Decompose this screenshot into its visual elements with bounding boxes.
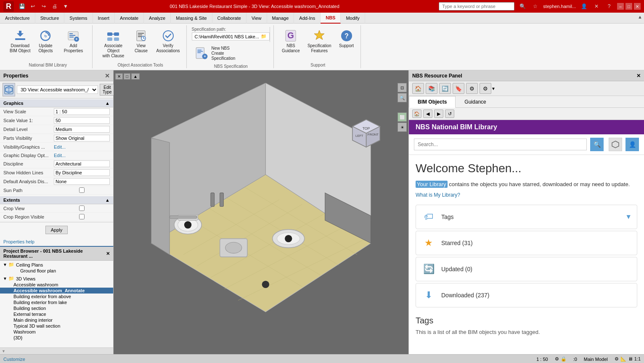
nbs-bookmark-btn[interactable]: 🔖 <box>453 83 464 94</box>
downloaded-list-item[interactable]: ⬇ Downloaded (237) <box>416 283 637 307</box>
show-hidden-lines-value[interactable]: By Discipline <box>54 169 110 176</box>
tab-systems[interactable]: Systems <box>64 13 93 24</box>
support-button[interactable]: ? Support <box>336 27 357 51</box>
minimize-button[interactable]: – <box>617 3 624 10</box>
main-dining-row[interactable]: Main dining interior <box>0 317 113 323</box>
save-button[interactable]: 💾 <box>17 2 27 11</box>
properties-close-button[interactable]: ✕ <box>105 72 110 79</box>
tab-view[interactable]: View <box>246 13 267 24</box>
tab-addins[interactable]: Add-Ins <box>294 13 321 24</box>
accessible-washroom-row[interactable]: Accessible washroom <box>0 282 113 288</box>
view-cube-btn[interactable]: ⬜ <box>398 112 407 122</box>
nbs-panel-close-button[interactable]: ✕ <box>636 73 641 79</box>
close-search-btn[interactable]: ✕ <box>592 2 601 11</box>
nbs-nav-home-btn[interactable]: 🏠 <box>412 109 421 118</box>
washroom-row[interactable]: Washroom <box>0 329 113 335</box>
view-clause-button[interactable]: ViewClause <box>130 27 151 56</box>
download-bim-object-button[interactable]: BIM DownloadBIM Object <box>7 27 33 56</box>
edit-type-button[interactable]: Edit Type <box>100 84 115 96</box>
options-button[interactable]: ▼ <box>61 2 70 11</box>
tab-architecture[interactable]: Architecture <box>0 13 35 24</box>
viewport-close-btn[interactable]: ✕ <box>115 73 123 80</box>
nbs-nav-back-btn[interactable]: ◀ <box>423 109 432 118</box>
view-scale-value[interactable]: 1 : 50 <box>54 108 110 115</box>
nbs-guidance-button[interactable]: G NBSGuidance <box>279 27 303 56</box>
nbs-nav-forward-btn[interactable]: ▶ <box>434 109 443 118</box>
typical-3d-wall-row[interactable]: Typical 3D wall section <box>0 323 113 329</box>
customize-label[interactable]: Customize <box>3 357 25 362</box>
tab-guidance[interactable]: Guidance <box>456 96 495 108</box>
nbs-user-button[interactable]: 👤 <box>625 138 639 151</box>
nbs-search-button[interactable]: 🔍 <box>590 138 604 151</box>
tab-annotate[interactable]: Annotate <box>115 13 144 24</box>
graphics-section-header[interactable]: Graphics ▲ <box>0 99 113 107</box>
3d-bracket-row[interactable]: {3D} <box>0 335 113 341</box>
nbs-nav-refresh-btn[interactable]: ↺ <box>445 109 454 118</box>
tab-nbs[interactable]: NBS <box>321 13 341 24</box>
tab-structure[interactable]: Structure <box>35 13 65 24</box>
visibility-graphics-btn[interactable]: Edit... <box>54 144 110 149</box>
starred-list-item[interactable]: ★ Starred (31) <box>416 231 637 255</box>
building-section-row[interactable]: Building section <box>0 305 113 311</box>
maximize-button[interactable]: □ <box>625 3 632 10</box>
default-analysis-value[interactable]: None <box>54 178 110 185</box>
print-button[interactable]: 🖨 <box>50 2 59 11</box>
title-star-btn[interactable]: ☆ <box>530 2 540 11</box>
your-library-link[interactable]: Your Library <box>416 181 448 188</box>
spec-features-button[interactable]: SpecificationFeatures <box>305 27 334 56</box>
discipline-value[interactable]: Architectural <box>54 160 110 167</box>
expand-ribbon-btn[interactable]: ▲ <box>636 13 644 23</box>
nbs-more-btn[interactable]: ⚙ <box>480 83 491 94</box>
accessible-annotate-row[interactable]: Accessible washroom_Annotate <box>0 288 113 294</box>
properties-help-link[interactable]: Properties help <box>0 238 113 246</box>
tab-analyze[interactable]: Analyze <box>144 13 171 24</box>
what-is-library-link[interactable]: What is My Library? <box>416 192 460 198</box>
tab-insert[interactable]: Insert <box>93 13 115 24</box>
user-menu-btn[interactable]: 👤 <box>579 2 588 11</box>
add-properties-button[interactable]: + Add Properties <box>58 27 89 56</box>
sun-path-checkbox[interactable] <box>54 187 110 193</box>
verify-associations-button[interactable]: VerifyAssociations <box>153 27 183 56</box>
zoom-to-fit-btn[interactable]: ⊡ <box>398 83 407 92</box>
project-browser-close-button[interactable]: ✕ <box>106 251 110 256</box>
help-btn[interactable]: ? <box>604 2 614 11</box>
view-name-selector[interactable]: 3D View: Accessible washroom_/ <box>17 85 98 94</box>
viewport[interactable]: ✕ □ ▲ <box>114 70 408 354</box>
associate-object-button[interactable]: Associate Objectwith Clause <box>98 27 129 61</box>
scale-value[interactable]: 50 <box>54 117 110 124</box>
nbs-library-btn[interactable]: 📚 <box>426 83 437 94</box>
apply-button[interactable]: Apply <box>45 226 68 234</box>
viewport-maximize-btn[interactable]: ▲ <box>131 73 140 80</box>
tab-massing[interactable]: Massing & Site <box>171 13 212 24</box>
new-nbs-create-button[interactable]: + New NBS CreateSpecification <box>192 43 240 63</box>
nbs-refresh-btn[interactable]: 🔄 <box>439 83 451 94</box>
parts-visibility-value[interactable]: Show Original <box>54 135 110 141</box>
building-exterior-lake-row[interactable]: Building exterior from lake <box>0 299 113 305</box>
title-search-btn[interactable]: 🔍 <box>518 2 527 11</box>
crop-region-checkbox[interactable] <box>54 214 110 219</box>
tab-modify[interactable]: Modify <box>341 13 365 24</box>
building-exterior-above-row[interactable]: Building exterior from above <box>0 294 113 299</box>
crop-view-checkbox[interactable] <box>54 206 110 211</box>
undo-button[interactable]: ↩ <box>28 2 37 11</box>
viewport-restore-btn[interactable]: □ <box>124 73 130 80</box>
nbs-settings-btn[interactable]: ⚙ <box>466 83 478 94</box>
updated-list-item[interactable]: 🔄 Updated (0) <box>416 257 637 281</box>
nbs-home-btn[interactable]: 🏠 <box>412 83 424 94</box>
redo-button[interactable]: ↪ <box>39 2 48 11</box>
nbs-3d-view-btn[interactable] <box>609 138 622 151</box>
zoom-in-btn[interactable]: 🔍 <box>398 93 407 102</box>
close-button[interactable]: ✕ <box>634 3 641 10</box>
tab-collaborate[interactable]: Collaborate <box>212 13 246 24</box>
tab-manage[interactable]: Manage <box>267 13 294 24</box>
ground-floor-row[interactable]: Ground floor plan <box>0 268 113 274</box>
folder-icon[interactable]: 📁 <box>261 34 267 39</box>
update-objects-button[interactable]: ↻ UpdateObjects <box>35 27 56 56</box>
3d-views-row[interactable]: ▼ 📁 3D Views <box>0 275 113 282</box>
ceiling-plans-row[interactable]: ▼ 📁 Ceiling Plans <box>0 262 113 268</box>
extents-section-header[interactable]: Extents ▲ <box>0 196 113 204</box>
sun-btn[interactable]: ☀ <box>398 123 407 132</box>
external-terrace-row[interactable]: External terrace <box>0 311 113 317</box>
tab-bim-objects[interactable]: BIM Objects <box>409 96 456 108</box>
title-search-input[interactable] <box>439 2 514 11</box>
